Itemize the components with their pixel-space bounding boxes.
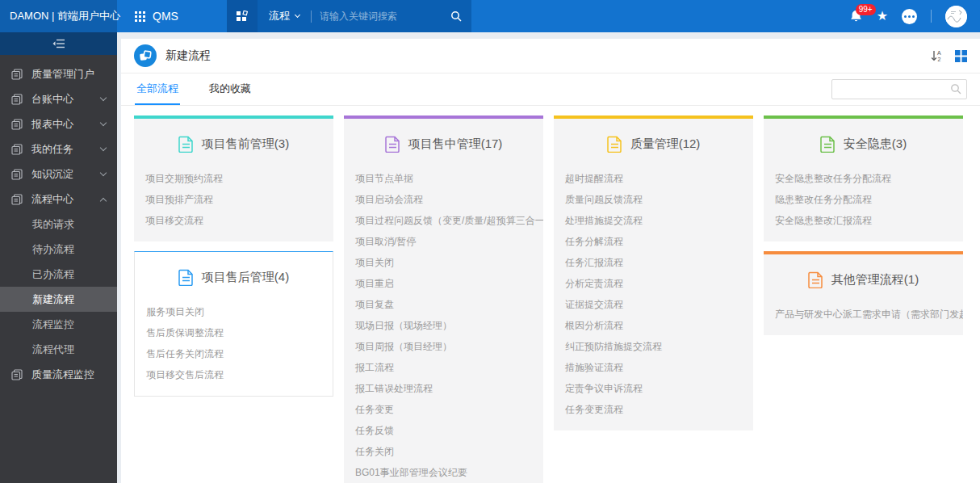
process-link[interactable]: 安全隐患整改汇报流程: [764, 210, 963, 231]
process-link[interactable]: 项目移交流程: [134, 210, 333, 231]
favorites-star-icon[interactable]: ★: [877, 10, 888, 23]
tabs-row: 全部流程我的收藏: [121, 74, 980, 106]
document-icon: [11, 144, 23, 155]
process-link[interactable]: 项目复盘: [344, 294, 543, 315]
keyword-search-input[interactable]: [312, 10, 441, 22]
card-items: 安全隐患整改任务分配流程隐患整改任务分配流程安全隐患整改汇报流程: [764, 168, 963, 242]
process-link[interactable]: 任务变更流程: [554, 399, 753, 420]
process-link[interactable]: 现场日报（现场经理）: [344, 315, 543, 336]
process-link[interactable]: 售后质保调整流程: [135, 322, 333, 343]
process-link[interactable]: 项目过程问题反馈（变更/质量/超预算三合一流程）: [344, 210, 543, 231]
app-switcher[interactable]: QMS: [117, 10, 196, 23]
sidebar-item-quality-portal[interactable]: 质量管理门户: [0, 61, 117, 86]
card-header: 项目售前管理(3): [134, 119, 333, 168]
process-link[interactable]: 任务关闭: [344, 441, 543, 462]
process-link[interactable]: 项目移交售后流程: [135, 364, 333, 385]
process-link[interactable]: 报工流程: [344, 357, 543, 378]
process-link[interactable]: 纠正预防措施提交流程: [554, 336, 753, 357]
process-link[interactable]: 项目节点单据: [344, 168, 543, 189]
process-link[interactable]: 服务项目关闭: [135, 301, 333, 322]
process-link[interactable]: 项目交期预约流程: [134, 168, 333, 189]
sidebar-item-knowledge-base[interactable]: 知识沉淀: [0, 162, 117, 187]
process-link[interactable]: 措施验证流程: [554, 357, 753, 378]
sidebar-subitem-my-requests[interactable]: 我的请求: [0, 212, 117, 237]
process-link[interactable]: 售后任务关闭流程: [135, 343, 333, 364]
process-link[interactable]: 项目关闭: [344, 252, 543, 273]
sidebar-item-my-tasks[interactable]: 我的任务: [0, 136, 117, 162]
process-link[interactable]: 项目周报（项目经理）: [344, 336, 543, 357]
card-column: 项目售中管理(17)项目节点单据项目启动会流程项目过程问题反馈（变更/质量/超预…: [344, 116, 543, 483]
process-link[interactable]: 任务汇报流程: [554, 252, 753, 273]
search-icon[interactable]: [950, 83, 961, 98]
document-icon: [178, 269, 194, 286]
sidebar-subitem-process-proxy[interactable]: 流程代理: [0, 337, 117, 362]
sidebar-item-ledger-center[interactable]: 台账中心: [0, 86, 117, 111]
module-select-value: 流程: [269, 9, 290, 23]
menu-fold-icon: [52, 39, 65, 48]
search-icon[interactable]: [441, 10, 471, 22]
notification-badge: 99+: [856, 4, 876, 15]
card-column: 项目售前管理(3)项目交期预约流程项目预排产流程项目移交流程项目售后管理(4)服…: [134, 116, 333, 397]
process-link[interactable]: 项目启动会流程: [344, 189, 543, 210]
sidebar-item-quality-process-monitor[interactable]: 质量流程监控: [0, 362, 117, 387]
sidebar-item-process-center[interactable]: 流程中心: [0, 187, 117, 212]
process-link[interactable]: 任务分解流程: [554, 231, 753, 252]
process-link[interactable]: 证据提交流程: [554, 294, 753, 315]
sidebar-item-label: 知识沉淀: [31, 167, 73, 182]
card-items: 项目节点单据项目启动会流程项目过程问题反馈（变更/质量/超预算三合一流程）项目取…: [344, 168, 543, 483]
process-link[interactable]: 产品与研发中心派工需求申请（需求部门发起）: [764, 304, 963, 325]
notifications-button[interactable]: 99+: [849, 10, 863, 23]
chevron-down-icon: [100, 170, 107, 176]
process-link[interactable]: 分析定责流程: [554, 273, 753, 294]
card-header: 项目售中管理(17): [344, 119, 543, 168]
chevron-up-icon: [100, 197, 107, 204]
grid-view-icon[interactable]: [955, 50, 967, 62]
chevron-down-icon: [100, 120, 107, 126]
sidebar-subitem-process-monitor[interactable]: 流程监控: [0, 312, 117, 337]
divider: [931, 10, 932, 23]
process-link[interactable]: 项目重启: [344, 273, 543, 294]
card-title: 其他管理流程(1): [831, 272, 919, 288]
sidebar-item-label: 质量流程监控: [31, 368, 94, 382]
document-icon: [11, 94, 23, 105]
process-link[interactable]: BG01事业部管理会议纪要: [344, 462, 543, 483]
process-link[interactable]: 任务变更: [344, 399, 543, 420]
sidebar-collapse-button[interactable]: [0, 32, 117, 55]
avatar[interactable]: [945, 6, 967, 27]
process-link[interactable]: 项目预排产流程: [134, 189, 333, 210]
sidebar-item-report-center[interactable]: 报表中心: [0, 111, 117, 136]
process-card-other: 其他管理流程(1)产品与研发中心派工需求申请（需求部门发起）: [764, 251, 963, 335]
sidebar-item-label: 流程中心: [31, 192, 73, 207]
process-link[interactable]: 隐患整改任务分配流程: [764, 189, 963, 210]
sidebar-subitem-todo-process[interactable]: 待办流程: [0, 237, 117, 262]
process-link[interactable]: 超时提醒流程: [554, 168, 753, 189]
process-link[interactable]: 项目取消/暂停: [344, 231, 543, 252]
tabs: 全部流程我的收藏: [121, 74, 253, 105]
process-link[interactable]: 根因分析流程: [554, 315, 753, 336]
card-header: 质量管理(12): [554, 119, 753, 168]
app-root: DAMON | 前端用户中心 QMS 流程 99+: [0, 0, 980, 483]
card-title: 项目售前管理(3): [202, 136, 289, 152]
process-link[interactable]: 定责争议申诉流程: [554, 378, 753, 399]
process-link[interactable]: 任务反馈: [344, 420, 543, 441]
content-panel: 新建流程 A2 全部流程我的收藏: [121, 39, 980, 483]
more-button[interactable]: [902, 9, 917, 24]
card-title: 质量管理(12): [630, 136, 701, 152]
sort-icon[interactable]: A2: [930, 49, 944, 62]
brand[interactable]: DAMON | 前端用户中心: [0, 0, 117, 32]
card-filter-input[interactable]: [831, 79, 967, 99]
sidebar-item-label: 报表中心: [31, 117, 73, 132]
topbar: DAMON | 前端用户中心 QMS 流程 99+: [0, 0, 980, 32]
process-link[interactable]: 处理措施提交流程: [554, 210, 753, 231]
apps-icon[interactable]: [227, 0, 258, 32]
module-select[interactable]: 流程: [258, 9, 311, 23]
process-card-presales: 项目售前管理(3)项目交期预约流程项目预排产流程项目移交流程: [134, 116, 333, 242]
sidebar-subitem-new-process[interactable]: 新建流程: [0, 287, 117, 312]
tab-all-processes[interactable]: 全部流程: [135, 74, 180, 105]
process-link[interactable]: 报工错误处理流程: [344, 378, 543, 399]
process-link[interactable]: 安全隐患整改任务分配流程: [764, 168, 963, 189]
process-link[interactable]: 质量问题反馈流程: [554, 189, 753, 210]
sidebar: 质量管理门户台账中心报表中心我的任务知识沉淀流程中心我的请求待办流程已办流程新建…: [0, 32, 117, 483]
tab-my-favorites[interactable]: 我的收藏: [207, 74, 253, 105]
sidebar-subitem-done-process[interactable]: 已办流程: [0, 262, 117, 287]
